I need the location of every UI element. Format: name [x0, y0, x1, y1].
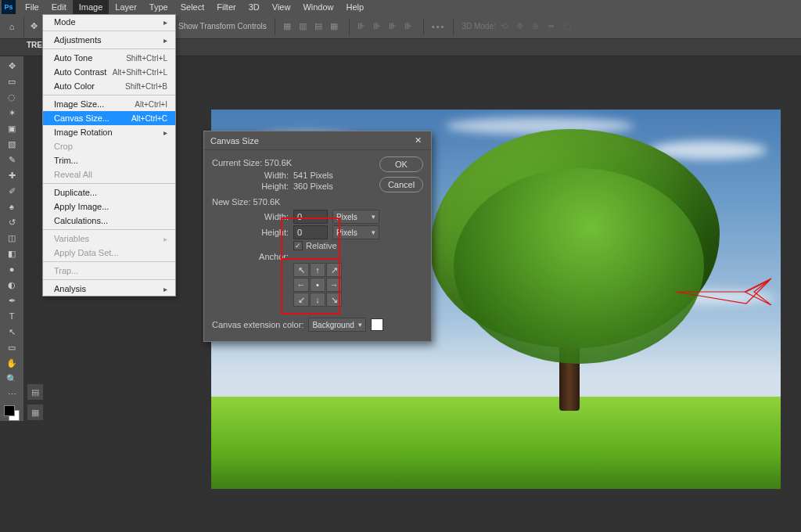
height-unit-select[interactable]: Pixels: [332, 225, 379, 239]
anchor-label: Anchor:: [212, 252, 293, 261]
relative-label: Relative: [306, 241, 337, 250]
tool-crop[interactable]: ▣: [2, 120, 22, 136]
anchor-e[interactable]: →: [326, 278, 342, 292]
menu-edit[interactable]: Edit: [45, 0, 73, 14]
tool-history-brush[interactable]: ↺: [2, 214, 22, 230]
anchor-center[interactable]: •: [310, 278, 325, 292]
menu-type[interactable]: Type: [143, 0, 174, 14]
anchor-grid[interactable]: ↖ ↑ ↗ ← • → ↙ ↓ ↘: [293, 263, 423, 307]
new-width-label: Width:: [212, 212, 293, 221]
menu-item[interactable]: Image Rotation: [43, 125, 175, 139]
align-icon[interactable]: ▦: [283, 21, 294, 32]
menu-item: Apply Data Set...: [43, 246, 175, 260]
new-width-input[interactable]: [293, 210, 328, 224]
align-icon[interactable]: ▥: [299, 21, 310, 32]
tool-pen[interactable]: ✒: [2, 293, 22, 308]
menu-filter[interactable]: Filter: [210, 0, 242, 14]
menu-item[interactable]: Trim...: [43, 153, 175, 167]
menu-item[interactable]: Calculations...: [43, 214, 175, 228]
tool-marquee[interactable]: ▭: [2, 74, 22, 89]
cur-height-value: 360 Pixels: [293, 182, 333, 191]
menu-item[interactable]: Canvas Size...Alt+Ctrl+C: [43, 111, 175, 125]
toolbox: ✥ ▭ ◌ ✶ ▣ ▧ ✎ ✚ ✐ ♠ ↺ ◫ ◧ ● ◐ ✒ T ↖ ▭ ✋ …: [0, 56, 23, 421]
3d-icon[interactable]: ▢: [563, 21, 574, 32]
menu-item[interactable]: Mode: [43, 15, 175, 29]
3d-icon[interactable]: ✥: [516, 21, 527, 32]
panel-icon[interactable]: ▦: [27, 404, 44, 421]
current-tool-icon[interactable]: ✥: [23, 16, 44, 37]
new-size-label: New Size: 570.6K: [212, 197, 423, 207]
menu-item[interactable]: Apply Image...: [43, 200, 175, 214]
tool-stamp[interactable]: ♠: [2, 199, 22, 214]
canvas-size-dialog: Canvas Size ✕ OK Cancel Current Size: 57…: [203, 131, 432, 342]
dist-icon[interactable]: ⊪: [404, 21, 415, 32]
tool-gradient[interactable]: ◧: [2, 246, 22, 261]
menu-item[interactable]: Adjustments: [43, 33, 175, 47]
dist-icon[interactable]: ⊪: [389, 21, 400, 32]
tool-blur[interactable]: ●: [2, 261, 22, 277]
new-height-input[interactable]: [293, 225, 328, 239]
color-swatch[interactable]: [4, 405, 20, 421]
tool-healing[interactable]: ✚: [2, 167, 22, 183]
dist-icon[interactable]: ⊪: [373, 21, 384, 32]
menu-window[interactable]: Window: [296, 0, 339, 14]
menu-layer[interactable]: Layer: [109, 0, 143, 14]
tool-lasso[interactable]: ◌: [2, 89, 22, 105]
3d-icon[interactable]: ⬌: [548, 21, 559, 32]
anchor-sw[interactable]: ↙: [293, 293, 309, 307]
tool-hand[interactable]: ✋: [2, 355, 22, 371]
menu-help[interactable]: Help: [340, 0, 371, 14]
ok-button[interactable]: OK: [379, 156, 423, 172]
menu-item[interactable]: Auto ColorShift+Ctrl+B: [43, 79, 175, 93]
grass: [211, 397, 781, 489]
menu-image[interactable]: Image: [73, 0, 110, 14]
home-icon[interactable]: ⌂: [5, 20, 19, 34]
menu-item[interactable]: Image Size...Alt+Ctrl+I: [43, 97, 175, 111]
extension-color-select[interactable]: Background: [308, 318, 366, 332]
anchor-se[interactable]: ↘: [326, 293, 342, 307]
tool-shape[interactable]: ▭: [2, 340, 22, 355]
tool-path[interactable]: ↖: [2, 324, 22, 340]
tool-eyedropper[interactable]: ✎: [2, 152, 22, 167]
3d-icon[interactable]: ⊕: [532, 21, 543, 32]
menu-select[interactable]: Select: [174, 0, 211, 14]
menu-item[interactable]: Auto ToneShift+Ctrl+L: [43, 51, 175, 65]
cancel-button[interactable]: Cancel: [379, 177, 423, 192]
tool-wand[interactable]: ✶: [2, 105, 22, 120]
align-icon[interactable]: ▤: [314, 21, 325, 32]
anchor-n[interactable]: ↑: [310, 263, 325, 277]
menu-file[interactable]: File: [19, 0, 45, 14]
tool-zoom[interactable]: 🔍: [2, 371, 22, 386]
close-icon[interactable]: ✕: [411, 134, 425, 148]
menubar: Ps File Edit Image Layer Type Select Fil…: [0, 0, 801, 14]
menu-item: Trap...: [43, 264, 175, 278]
anchor-ne[interactable]: ↗: [326, 263, 342, 277]
cur-width-label: Width:: [212, 171, 293, 180]
anchor-nw[interactable]: ↖: [293, 263, 309, 277]
tool-more[interactable]: ⋯: [2, 386, 22, 402]
relative-checkbox[interactable]: ✓: [293, 241, 303, 250]
tool-dodge[interactable]: ◐: [2, 277, 22, 293]
menu-item: Reveal All: [43, 167, 175, 182]
extension-color-swatch[interactable]: [371, 318, 383, 331]
align-icon[interactable]: ▦: [330, 21, 341, 32]
dialog-titlebar[interactable]: Canvas Size ✕: [204, 131, 431, 150]
menu-item[interactable]: Auto ContrastAlt+Shift+Ctrl+L: [43, 65, 175, 79]
menu-item[interactable]: Analysis: [43, 282, 175, 296]
menu-view[interactable]: View: [266, 0, 297, 14]
more-icon[interactable]: •••: [432, 22, 446, 31]
mode3d-label: 3D Mode:: [462, 22, 495, 31]
tool-brush[interactable]: ✐: [2, 183, 22, 199]
menu-3d[interactable]: 3D: [242, 0, 266, 14]
anchor-s[interactable]: ↓: [310, 293, 325, 307]
panel-icon[interactable]: ▤: [27, 383, 44, 401]
dist-icon[interactable]: ⊪: [357, 21, 368, 32]
tool-frame[interactable]: ▧: [2, 136, 22, 152]
tool-type[interactable]: T: [2, 308, 22, 324]
width-unit-select[interactable]: Pixels: [332, 210, 379, 224]
anchor-w[interactable]: ←: [293, 278, 309, 292]
3d-icon[interactable]: ⟲: [501, 21, 512, 32]
tool-eraser[interactable]: ◫: [2, 230, 22, 246]
menu-item[interactable]: Duplicate...: [43, 185, 175, 200]
tool-move[interactable]: ✥: [2, 58, 22, 74]
